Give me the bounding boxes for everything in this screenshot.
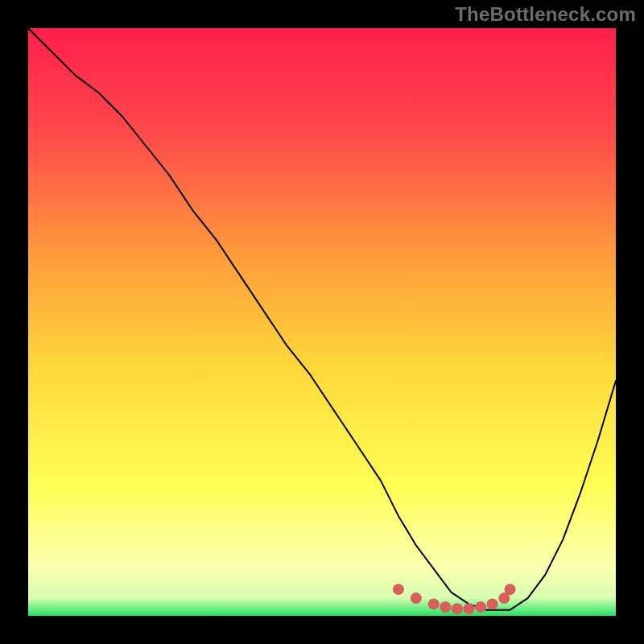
marker-dot	[452, 603, 463, 614]
marker-dot	[464, 603, 475, 614]
marker-dot	[487, 598, 498, 609]
watermark-text: TheBottleneck.com	[455, 3, 636, 26]
marker-dot	[411, 592, 422, 604]
marker-dot	[440, 601, 451, 613]
plot-area	[28, 28, 616, 616]
marker-dot	[475, 601, 486, 613]
plot-svg	[28, 28, 616, 616]
chart-frame: TheBottleneck.com	[0, 0, 644, 644]
gradient-background	[28, 28, 616, 616]
marker-dot	[393, 584, 404, 595]
marker-dot	[428, 598, 440, 609]
marker-dot	[505, 584, 516, 595]
